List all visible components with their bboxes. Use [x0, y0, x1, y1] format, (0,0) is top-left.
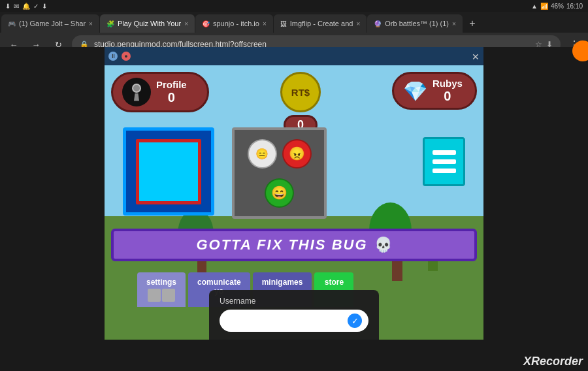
keyhole-bottom [134, 93, 139, 101]
wifi-icon: ▲ [531, 3, 538, 10]
rubys-value: 0 [444, 89, 451, 104]
hud-rts: RT$ 0 [280, 72, 321, 135]
tab-close-5[interactable]: × [452, 20, 456, 27]
profile-icon [122, 78, 151, 106]
tab-close-4[interactable]: × [356, 20, 360, 27]
tab-imgflip[interactable]: 🖼 Imgflip - Create and × [274, 14, 367, 33]
tab-close-3[interactable]: × [263, 20, 267, 27]
time-display: 16:10 [566, 3, 583, 10]
game-scene: Profile 0 RT$ 0 [105, 65, 483, 340]
keyhole-top [132, 84, 141, 93]
menu-line-1 [433, 150, 456, 155]
new-tab-button[interactable]: + [463, 14, 482, 33]
tab-label-1: (1) Game Jolt – Shar [19, 20, 86, 27]
xrecorder-watermark: XRecorder [523, 355, 583, 368]
tab-spunjo[interactable]: 🎯 spunjo - itch.io × [195, 14, 273, 33]
expand-button[interactable]: ✕ [472, 52, 480, 62]
notif-icon2: ✉ [14, 3, 19, 10]
signal-icon: 📶 [540, 3, 548, 10]
tab-gamejolt[interactable]: 🎮 (1) Game Jolt – Shar × [1, 14, 99, 33]
tab-label-2: Play Quiz With Your [118, 20, 181, 27]
hud-rubys: 💎 Rubys 0 [392, 72, 477, 110]
hud-profile: Profile 0 [111, 72, 209, 112]
minigames-label: minigames [262, 278, 303, 287]
settings-icons [148, 289, 175, 302]
username-input[interactable] [226, 316, 344, 326]
stop-button[interactable]: ● [122, 52, 131, 61]
store-label: store [325, 278, 344, 287]
message-text: GOTTA FIX THIS BUG [196, 236, 367, 253]
username-input-row: ✓ [220, 310, 368, 332]
tab-label-3: spunjo - itch.io [213, 20, 259, 27]
menu-line-3 [433, 169, 456, 173]
tab-favicon-3: 🎯 [202, 20, 210, 27]
profile-oval: Profile 0 [111, 72, 209, 112]
left-blue-panel[interactable] [123, 127, 214, 216]
username-confirm-button[interactable]: ✓ [348, 314, 362, 328]
settings-button[interactable]: settings [137, 272, 186, 307]
tab-bar: 🎮 (1) Game Jolt – Shar × 🧩 Play Quiz Wit… [0, 12, 588, 33]
game-container: ⏸ ● ✕ [0, 47, 588, 371]
hud: Profile 0 RT$ 0 [111, 72, 477, 135]
orb-white: 😑 [248, 139, 277, 169]
tab-orb[interactable]: 🔮 Orb battles™ (1) (1) × [367, 14, 463, 33]
username-overlay: Username ✓ [209, 290, 379, 340]
notif-icon5: ⬇ [42, 3, 47, 10]
username-label: Username [220, 297, 368, 306]
orange-circle-icon [572, 40, 588, 61]
rts-icon: RT$ [280, 72, 321, 112]
tab-label-4: Imgflip - Create and [290, 20, 353, 27]
tab-close-2[interactable]: × [184, 20, 188, 27]
menu-line-2 [433, 159, 456, 164]
notif-icon4: ✓ [33, 3, 39, 10]
inner-cyan-box [136, 139, 201, 204]
tab-favicon-4: 🖼 [280, 20, 287, 27]
tab-favicon-1: 🎮 [8, 20, 16, 27]
pause-button[interactable]: ⏸ [108, 52, 118, 61]
orb-red: 😠 [282, 139, 312, 169]
tab-favicon-5: 🔮 [374, 20, 382, 27]
rubys-values: Rubys 0 [433, 78, 463, 104]
profile-value: 0 [168, 90, 175, 105]
rubys-oval: 💎 Rubys 0 [392, 72, 477, 110]
orb-green: 😄 [265, 178, 294, 208]
rts-label: RT$ [291, 87, 310, 98]
settings-label: settings [146, 278, 176, 287]
notif-icon3: 🔔 [22, 3, 30, 10]
game-window: ⏸ ● ✕ [105, 47, 483, 340]
tab-favicon-2: 🧩 [106, 20, 114, 27]
profile-label: Profile [156, 79, 187, 90]
notif-icon1: ⬇ [5, 3, 10, 10]
tab-close-1[interactable]: × [89, 20, 93, 27]
message-banner: GOTTA FIX THIS BUG 💀 [111, 229, 477, 261]
keyhole-icon [132, 84, 141, 101]
game-titlebar: ⏸ ● ✕ [105, 47, 483, 65]
ruby-icon: 💎 [403, 80, 427, 103]
tab-quiz[interactable]: 🧩 Play Quiz With Your × [100, 14, 195, 33]
skull-icon: 💀 [374, 236, 392, 253]
status-left-icons: ⬇ ✉ 🔔 ✓ ⬇ [5, 3, 47, 10]
right-menu-panel[interactable] [423, 137, 465, 186]
checkmark-icon: ✓ [351, 316, 359, 326]
center-orbs-panel[interactable]: 😑 😠 😄 [232, 127, 327, 219]
communicate-label: comunicate [197, 278, 241, 287]
android-status-bar: ⬇ ✉ 🔔 ✓ ⬇ ▲ 📶 46% 16:10 [0, 0, 588, 12]
status-right-icons: ▲ 📶 46% 16:10 [531, 3, 583, 10]
tab-label-5: Orb battles™ (1) (1) [385, 20, 449, 27]
rubys-label: Rubys [433, 78, 463, 89]
battery-icon: 46% [551, 3, 564, 10]
profile-values: Profile 0 [156, 79, 187, 105]
